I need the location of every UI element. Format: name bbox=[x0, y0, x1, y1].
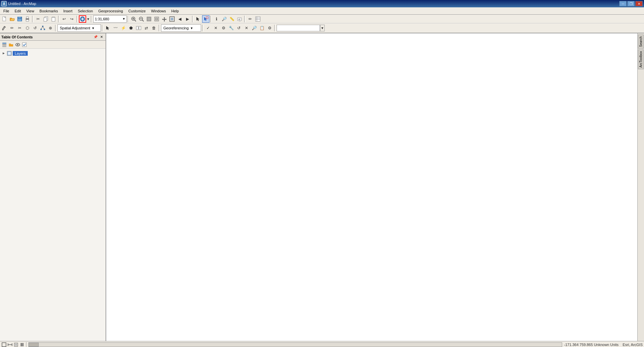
toc-close-button[interactable]: ✕ bbox=[99, 34, 104, 40]
list-by-drawing-order-button[interactable] bbox=[1, 42, 7, 48]
svg-rect-62 bbox=[15, 344, 17, 346]
separator-3 bbox=[76, 16, 78, 22]
restore-button[interactable]: ❐ bbox=[627, 1, 635, 6]
undo-button[interactable]: ↩ bbox=[60, 15, 68, 23]
geo-options[interactable]: ⚙ bbox=[266, 24, 273, 32]
cut-button[interactable]: ✂ bbox=[34, 15, 42, 23]
full-extent-button[interactable] bbox=[168, 15, 176, 23]
layers-group[interactable]: Layers bbox=[1, 50, 105, 57]
list-by-selection-button[interactable] bbox=[21, 42, 27, 48]
trace-tool[interactable]: 〰 bbox=[112, 24, 119, 32]
svg-marker-55 bbox=[3, 52, 5, 54]
reshape-tool[interactable]: ✏ bbox=[8, 24, 16, 32]
redo-button[interactable]: ↪ bbox=[68, 15, 75, 23]
list-by-source-button[interactable] bbox=[8, 42, 14, 48]
menu-windows[interactable]: Windows bbox=[148, 8, 169, 14]
zoom-out-button[interactable] bbox=[138, 15, 145, 23]
link-table-button[interactable] bbox=[135, 24, 142, 32]
title-bar-left: A Untitled - ArcMap bbox=[1, 1, 36, 6]
search-tab[interactable]: Search bbox=[638, 35, 644, 49]
toolbar-search-scroll[interactable]: ▾ bbox=[320, 25, 325, 31]
app-title: Untitled - ArcMap bbox=[8, 2, 36, 6]
svg-rect-46 bbox=[136, 26, 138, 30]
fixed-zoom-in-button[interactable] bbox=[145, 15, 153, 23]
menu-edit[interactable]: Edit bbox=[12, 8, 24, 14]
menu-help[interactable]: Help bbox=[169, 8, 182, 14]
save-button[interactable] bbox=[16, 15, 23, 23]
toolbar-search-input[interactable] bbox=[277, 25, 320, 31]
zoom-in-button[interactable] bbox=[130, 15, 137, 23]
svg-rect-63 bbox=[21, 343, 22, 346]
add-data-dropdown[interactable]: ▾ bbox=[87, 15, 90, 23]
zoom-page-width-button[interactable] bbox=[7, 342, 13, 347]
open-button[interactable] bbox=[8, 15, 16, 23]
menu-geoprocessing[interactable]: Geoprocessing bbox=[96, 8, 126, 14]
geo-update-display[interactable]: ⚙ bbox=[220, 24, 227, 32]
menu-file[interactable]: File bbox=[1, 8, 12, 14]
rotate-tool[interactable]: ↺ bbox=[31, 24, 39, 32]
horizontal-scrollbar[interactable] bbox=[28, 342, 562, 347]
geo-zoom-to[interactable]: 🔎 bbox=[251, 24, 258, 32]
georeferencing-dropdown[interactable]: Georeferencing ▾ bbox=[161, 24, 201, 32]
geo-auto-adjust[interactable]: 🔧 bbox=[227, 24, 235, 32]
zoom-previous-button[interactable]: ◀ bbox=[176, 15, 183, 23]
minimize-button[interactable]: ─ bbox=[619, 1, 627, 6]
geo-table[interactable]: 📋 bbox=[258, 24, 266, 32]
zoom-next-button[interactable]: ▶ bbox=[184, 15, 191, 23]
svg-rect-13 bbox=[52, 17, 55, 21]
georeferencing-arrow: ▾ bbox=[191, 26, 193, 30]
pan-button[interactable] bbox=[161, 15, 168, 23]
union-tool[interactable]: ⬡ bbox=[24, 24, 31, 32]
snap-settings[interactable]: ⚡ bbox=[120, 24, 127, 32]
split-tool[interactable]: ✂ bbox=[16, 24, 23, 32]
move-tool[interactable]: ⊕ bbox=[47, 24, 54, 32]
print-button[interactable] bbox=[24, 15, 31, 23]
new-button[interactable] bbox=[1, 15, 8, 23]
paste-button[interactable] bbox=[50, 15, 57, 23]
attributes-button[interactable] bbox=[254, 15, 262, 23]
vertex-edit-tool[interactable] bbox=[39, 24, 46, 32]
menu-bookmarks[interactable]: Bookmarks bbox=[37, 8, 60, 14]
pause-drawing-button[interactable] bbox=[19, 342, 25, 347]
select-features-button[interactable] bbox=[202, 15, 209, 23]
menu-insert[interactable]: Insert bbox=[60, 8, 75, 14]
geo-delete[interactable]: ✕ bbox=[243, 24, 250, 32]
menu-selection[interactable]: Selection bbox=[75, 8, 96, 14]
menu-view[interactable]: View bbox=[24, 8, 37, 14]
topology-button[interactable]: ⬟ bbox=[127, 24, 135, 32]
arctoolbox-tab[interactable]: ArcToolbox bbox=[638, 49, 644, 69]
transform-links[interactable]: ⇄ bbox=[143, 24, 150, 32]
zoom-100-button[interactable] bbox=[13, 342, 19, 347]
geo-link-control[interactable]: ✓ bbox=[204, 24, 212, 32]
spatial-adjustment-dropdown[interactable]: Spatial Adjustment ▾ bbox=[57, 24, 101, 32]
map-tools-bottom bbox=[1, 342, 26, 347]
edit-arrow-tool[interactable] bbox=[104, 24, 112, 32]
measure-button[interactable]: 📏 bbox=[228, 15, 235, 23]
scale-dropdown[interactable]: 1:31,680 ▾ bbox=[93, 15, 127, 23]
find-button[interactable]: 🔎 bbox=[220, 15, 228, 23]
layers-label[interactable]: Layers bbox=[13, 51, 28, 56]
fixed-zoom-out-button[interactable] bbox=[153, 15, 160, 23]
sep-geo-2 bbox=[202, 25, 203, 31]
select-elements-button[interactable] bbox=[194, 15, 202, 23]
edit-button[interactable]: ✏ bbox=[247, 15, 254, 23]
svg-rect-5 bbox=[18, 17, 21, 18]
delete-link[interactable]: 🗑 bbox=[150, 24, 158, 32]
add-data-button[interactable] bbox=[79, 15, 86, 23]
identify-button[interactable]: ℹ bbox=[213, 15, 220, 23]
map-canvas[interactable] bbox=[106, 33, 637, 341]
toc-pin-button[interactable]: 📌 bbox=[93, 34, 98, 40]
html-popup-button[interactable] bbox=[236, 15, 243, 23]
geo-fit-to-display[interactable]: ✕ bbox=[212, 24, 219, 32]
copy-button[interactable] bbox=[42, 15, 49, 23]
sketch-tool[interactable] bbox=[1, 24, 8, 32]
list-by-visibility-button[interactable] bbox=[15, 42, 21, 48]
expand-icon[interactable] bbox=[1, 51, 6, 56]
close-button[interactable]: ✕ bbox=[635, 1, 643, 6]
toc-content: Layers bbox=[0, 49, 106, 341]
menu-customize[interactable]: Customize bbox=[126, 8, 148, 14]
svg-rect-54 bbox=[22, 43, 26, 47]
geo-rotate[interactable]: ↺ bbox=[235, 24, 243, 32]
toolbar-row-2: ✏ ✂ ⬡ ↺ ⊕ Spatial Adjustment ▾ 〰 ⚡ ⬟ ⇄ 🗑… bbox=[0, 23, 644, 33]
zoom-whole-page-button[interactable] bbox=[1, 342, 7, 347]
